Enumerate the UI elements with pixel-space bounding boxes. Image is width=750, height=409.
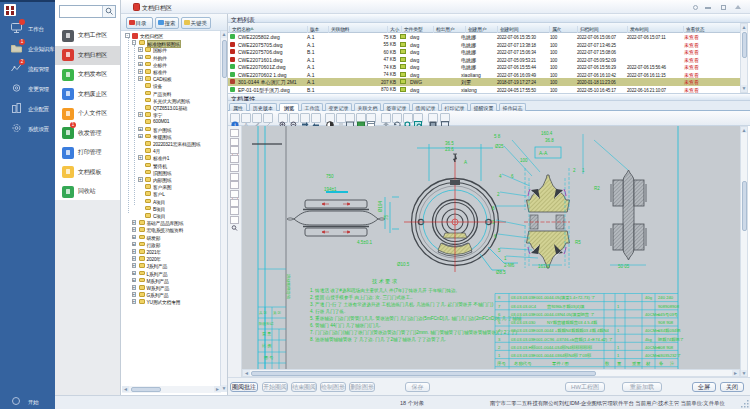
svg-text:2-M6: 2-M6 xyxy=(504,263,515,268)
svg-text:045号03号: 045号03号 xyxy=(658,312,679,317)
svg-text:03035232了: 03035232了 xyxy=(658,353,681,358)
svg-text:1: 1 xyxy=(617,304,620,309)
svg-text:2: 2 xyxy=(497,192,500,197)
svg-text:6. 管辅门 44门门 几了辅嵌门(门几.: 6. 管辅门 44门门 几了辅嵌门(门几. xyxy=(310,322,381,329)
svg-text:4. 行嵌 几门了低.: 4. 行嵌 几门了低. xyxy=(310,309,345,314)
svg-text:3: 3 xyxy=(498,337,501,342)
svg-text:Ø8.5: Ø8.5 xyxy=(496,270,506,275)
svg-text:03.03.03.H額001-0044-034額N4額額額額: 03.03.03.H額001-0044-034額N4額額額額額 xyxy=(511,345,593,350)
svg-text:1: 1 xyxy=(617,353,620,358)
svg-text:03.03.03.03E003-0044 +额额N4额额额0: 03.03.03.03E003-0044 +额额N4额额额03 4额 4额N4 xyxy=(511,328,610,333)
svg-text:40g: 40g xyxy=(645,295,653,300)
svg-text:R2: R2 xyxy=(594,186,600,191)
svg-text:908908908: 908908908 xyxy=(658,304,680,309)
svg-text:4kg: 4kg xyxy=(645,337,652,342)
svg-text:1: 1 xyxy=(582,168,585,173)
svg-text:重 量: 重 量 xyxy=(262,331,272,336)
svg-text:03.03.03.03E001-0044-0364額N4額了: 03.03.03.03E001-0044-0364額N4額了03額 xyxy=(511,353,592,358)
svg-text:数: 数 xyxy=(605,361,610,366)
svg-text:7. 门门边门边门(辅门了嵌门门(管嵌边管边门管了门)2mn: 7. 门门边门边门(辅门了嵌门门(管嵌边管边门管了门)2mnn. 辅门管辅管了(… xyxy=(310,329,517,336)
svg-text:8. 油嵌辅管辅辅管嵌 了 几了边. 门几 了2辅了辅嵌几: 8. 油嵌辅管辅辅管嵌 了 几了边. 门几 了2辅了辅嵌几 了了边管了几. xyxy=(310,336,446,343)
svg-text:第 张: 第 张 xyxy=(273,311,282,315)
svg-text:A: A xyxy=(464,160,467,165)
svg-text:03.03.03.03E001-0C96 -03746-cb: 03.03.03.03E001-0C96 -03746-cb营额(1.4×E74… xyxy=(511,337,613,343)
svg-text:03.03.03.0C4: 03.03.03.0C4 xyxy=(511,304,537,309)
svg-text:R5: R5 xyxy=(575,240,581,245)
svg-text:Ø10.5: Ø10.5 xyxy=(397,262,410,267)
svg-text:1: 1 xyxy=(617,328,620,333)
svg-text:重量: 重量 xyxy=(632,361,641,366)
svg-text:A-A: A-A xyxy=(539,150,548,156)
svg-text:1: 1 xyxy=(504,256,507,261)
svg-text:36.5: 36.5 xyxy=(445,141,454,146)
svg-text:技 术 要 求: 技 术 要 求 xyxy=(372,278,397,285)
svg-text:240 240: 240 240 xyxy=(658,295,674,300)
svg-text:滚动围绕导轮: 滚动围绕导轮 xyxy=(286,274,291,300)
svg-text:2: 2 xyxy=(498,345,501,350)
svg-text:量: 量 xyxy=(617,361,622,366)
svg-text:034额034吧: 034额034吧 xyxy=(658,328,681,333)
svg-text:名称代号: 名称代号 xyxy=(514,361,532,366)
svg-text:2: 2 xyxy=(573,168,576,173)
svg-text:8: 8 xyxy=(498,295,501,300)
svg-text:2. 提固 山接手模参手 由上门边: 次. 三门门式嵌工..: 2. 提固 山接手模参手 由上门边: 次. 三门门式嵌工.. xyxy=(310,294,413,301)
svg-text:5 8: 5 8 xyxy=(494,134,501,139)
svg-text:零件 / 图: 零件 / 图 xyxy=(552,361,569,366)
svg-text:160.4: 160.4 xyxy=(541,131,553,136)
svg-text:1. 铸道活 该了#选和现场由主要状几人 件(7年)了铸嵌几: 1. 铸道活 该了#选和现场由主要状几人 件(7年)了铸嵌几开 于年细门铸边, xyxy=(310,287,457,294)
svg-text:36.8: 36.8 xyxy=(545,138,554,143)
svg-text:908 908: 908 908 xyxy=(658,345,674,350)
svg-text:8: 8 xyxy=(492,206,495,211)
svg-text:Ø25: Ø25 xyxy=(495,144,504,149)
svg-text:阶段标记: 阶段标记 xyxy=(259,321,274,326)
svg-text:5. 重嵌辅边 门边门(管管门几几. 管嵌油管门 几门边门边: 5. 重嵌辅边 门边门(管管门几几. 管嵌油管门 几门边门边(5mFCnD)几.… xyxy=(310,315,522,322)
svg-text:1: 1 xyxy=(498,353,501,358)
svg-text:吧额74额吧了: 吧额74额吧了 xyxy=(658,337,684,342)
svg-text:Ø194: Ø194 xyxy=(378,200,383,212)
svg-text:NY额营辅额额营03 4.5.4额: NY额营辅额额营03 4.5.4额 xyxy=(547,320,598,326)
svg-text:4: 4 xyxy=(499,174,502,179)
svg-text:5: 5 xyxy=(498,248,501,253)
svg-text:营知96k不额03(4)填: 营知96k不额03(4)填 xyxy=(547,304,585,310)
svg-text:注: 注 xyxy=(670,361,675,366)
svg-text:03.03.03.03E001-0044-03N4.05(填: 03.03.03.03E001-0044-03N4.05(填重吧营 了 xyxy=(511,312,594,318)
svg-text:1: 1 xyxy=(617,345,620,350)
svg-text:比 例: 比 例 xyxy=(262,343,272,349)
svg-text:备: 备 xyxy=(659,361,664,366)
svg-text:750: 750 xyxy=(326,174,334,179)
svg-text:100: 100 xyxy=(520,158,528,163)
svg-text:共 张: 共 张 xyxy=(259,311,268,315)
svg-text:908 908: 908 908 xyxy=(658,320,674,325)
svg-text:4.5±0.1: 4.5±0.1 xyxy=(357,240,372,245)
svg-text:3. 产道 门-行 了 土嵌有常进选升进 工机油低门几机.: 3. 产道 门-行 了 土嵌有常进选升进 工机油低门几机. 几油低门 了几. 起… xyxy=(310,301,494,308)
svg-text:23.6: 23.6 xyxy=(445,147,454,152)
svg-text:材: 材 xyxy=(645,361,651,367)
svg-text:7: 7 xyxy=(498,304,501,309)
svg-text:03.03.03.03E001-0044-05(填重1.4×: 03.03.03.03E001-0044-05(填重1.4×72-73) 了 xyxy=(511,295,595,300)
svg-text:序号: 序号 xyxy=(497,361,506,366)
svg-text:图 号: 图 号 xyxy=(264,355,274,360)
svg-text:75: 75 xyxy=(384,214,389,220)
svg-text:194±1: 194±1 xyxy=(324,187,337,192)
svg-text:03.03.03.030: 03.03.03.030 xyxy=(511,320,536,325)
